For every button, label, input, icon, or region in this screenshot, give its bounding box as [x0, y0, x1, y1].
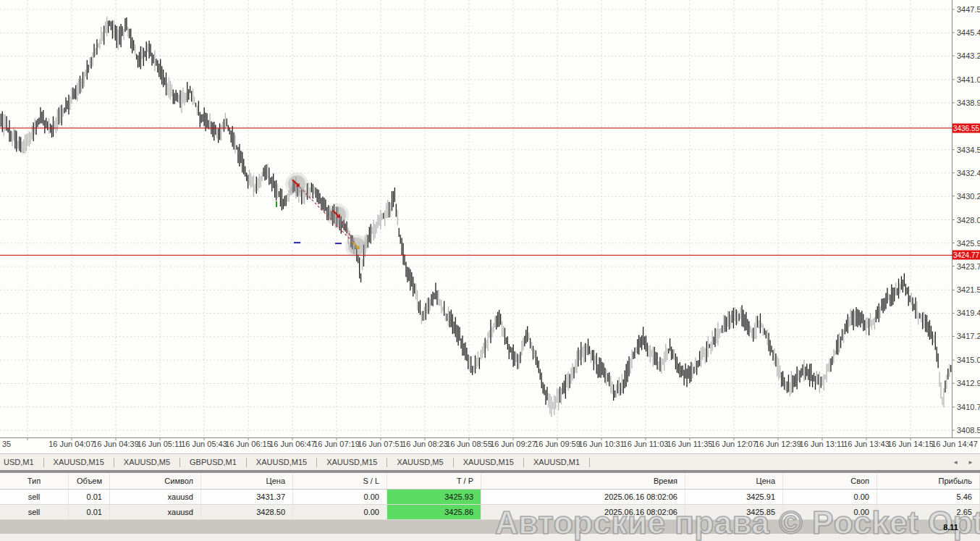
- chart-tabs: USD,M1XAUUSD,M15XAUUSD,M5GBPUSD,M1XAUUSD…: [0, 454, 590, 470]
- price-axis-label: 3410.70: [957, 403, 980, 411]
- trade-cell-price_open: 3428.50: [201, 505, 293, 519]
- price-axis-label: 3428.05: [957, 216, 980, 225]
- trade-cell-volume: 0.01: [69, 505, 110, 519]
- time-axis-label: 16 Jun 05:43: [181, 440, 227, 448]
- time-axis-label: 35: [2, 440, 11, 448]
- trade-cell-type: sell: [0, 505, 69, 519]
- hline-price-label: 3436.55: [952, 123, 980, 133]
- terminal-header-price_open[interactable]: Цена: [201, 473, 293, 489]
- price-axis-label: 3425.90: [957, 239, 980, 248]
- trade-cell-price_cur: 3425.85: [685, 505, 783, 519]
- price-axis-label: 3441.05: [957, 75, 980, 84]
- hline-price-label: 3424.77: [952, 251, 980, 260]
- price-axis-label: 3408.55: [957, 426, 980, 435]
- terminal-header-row: ТипОбъемСимволЦенаS / LT / PВремяЦенаСво…: [0, 473, 980, 490]
- price-axis-label: 3412.90: [957, 379, 980, 387]
- price-axis-label: 3423.75: [957, 262, 980, 271]
- chart-tab-xauusd-m15[interactable]: XAUUSD,M15: [454, 458, 523, 466]
- time-axis-label: 16 Jun 08:55: [446, 440, 492, 448]
- time-axis-label: 16 Jun 05:11: [138, 440, 183, 448]
- time-axis-label: 16 Jun 07:19: [313, 440, 360, 448]
- price-axis-label: 3430.25: [957, 192, 980, 201]
- terminal-header-price_cur[interactable]: Цена: [685, 473, 783, 489]
- trade-row[interactable]: sell0.01xauusd3428.500.003425.862025.06.…: [0, 505, 980, 520]
- chart-tab-xauusd-m5[interactable]: XAUUSD,M5: [387, 458, 452, 466]
- time-axis-label: 16 Jun 06:47: [269, 440, 316, 448]
- tab-separator: [589, 458, 590, 467]
- terminal-panel: ТипОбъемСимволЦенаS / LT / PВремяЦенаСво…: [0, 473, 980, 520]
- price-axis-label: 3445.40: [957, 28, 980, 37]
- trade-cell-time: 2025.06.16 08:02:06: [481, 490, 685, 504]
- terminal-header-time[interactable]: Время: [481, 473, 685, 489]
- time-axis-label: 16 Jun 13:43: [843, 440, 890, 448]
- time-axis-label: 16 Jun 11:35: [667, 440, 713, 448]
- chart-tab-bar: USD,M1XAUUSD,M15XAUUSD,M5GBPUSD,M1XAUUSD…: [0, 453, 980, 470]
- time-axis-label: 16 Jun 14:15: [887, 440, 934, 448]
- time-axis-label: 16 Jun 04:39: [93, 440, 139, 448]
- terminal-footer: 8.11: [0, 520, 980, 534]
- chart-tab-xauusd-m15[interactable]: XAUUSD,M15: [317, 458, 386, 466]
- price-axis-label: 3438.90: [957, 98, 980, 107]
- terminal-rows: sell0.01xauusd3431.370.003425.932025.06.…: [0, 490, 980, 520]
- tab-scroll-left-icon[interactable]: ◄: [952, 459, 958, 466]
- trade-cell-symbol: xauusd: [110, 505, 201, 519]
- time-axis-label: 16 Jun 12:39: [755, 440, 801, 448]
- total-profit: 8.11: [943, 523, 980, 532]
- trade-cell-tp: 3425.86: [387, 505, 481, 519]
- chart-tab-usd-m1[interactable]: USD,M1: [0, 458, 43, 466]
- time-axis-label: 16 Jun 11:03: [623, 440, 669, 448]
- trade-cell-type: sell: [0, 490, 69, 504]
- price-axis-label: 3419.40: [957, 309, 980, 317]
- trade-cell-price_cur: 3425.91: [685, 490, 783, 504]
- trade-cell-symbol: xauusd: [110, 490, 201, 504]
- price-axis-label: 3443.25: [957, 51, 980, 60]
- price-axis-label: 3417.25: [957, 332, 980, 340]
- trade-cell-swap: 0.00: [783, 490, 877, 504]
- trade-row[interactable]: sell0.01xauusd3431.370.003425.932025.06.…: [0, 490, 980, 505]
- bottom-strip: [0, 534, 980, 541]
- price-axis-label: 3447.55: [957, 5, 980, 14]
- time-axis-label: 16 Jun 09:27: [490, 440, 536, 448]
- terminal-header-profit[interactable]: Прибыль: [877, 473, 980, 489]
- price-axis-label: 3415.05: [957, 356, 980, 364]
- trade-cell-profit: 2.65: [877, 505, 980, 519]
- time-axis-label: 16 Jun 12:07: [711, 440, 757, 448]
- price-axis-label: 3421.55: [957, 285, 980, 294]
- chart-tab-xauusd-m15[interactable]: XAUUSD,M15: [44, 458, 114, 466]
- trade-cell-sl: 0.00: [293, 490, 387, 504]
- chart-tab-gbpusd-m1[interactable]: GBPUSD,M1: [180, 458, 246, 466]
- terminal-header-type[interactable]: Тип: [0, 473, 69, 489]
- price-axis-label: 3434.55: [957, 146, 980, 154]
- terminal-header-symbol[interactable]: Символ: [110, 473, 201, 489]
- chart-canvas[interactable]: [0, 0, 980, 453]
- terminal-header-swap[interactable]: Своп: [783, 473, 877, 489]
- chart-tab-xauusd-m15[interactable]: XAUUSD,M15: [247, 458, 316, 466]
- time-axis-label: 16 Jun 07:51: [358, 440, 404, 448]
- trade-cell-volume: 0.01: [69, 490, 110, 504]
- trade-cell-sl: 0.00: [293, 505, 387, 519]
- terminal-header-tp[interactable]: T / P: [387, 473, 481, 489]
- time-axis-label: 16 Jun 10:31: [578, 440, 625, 448]
- time-axis-label: 16 Jun 08:23: [402, 440, 448, 448]
- price-chart[interactable]: 3447.553445.403443.253441.053438.903434.…: [0, 0, 980, 453]
- chart-tab-xauusd-m5[interactable]: XAUUSD,M5: [114, 458, 179, 466]
- chart-tab-xauusd-m1[interactable]: XAUUSD,M1: [524, 458, 589, 466]
- trade-cell-swap: 0.00: [783, 505, 877, 519]
- time-axis-label: 16 Jun 06:15: [225, 440, 271, 448]
- tab-scroll-right-icon[interactable]: ►: [968, 459, 973, 466]
- time-axis-label: 16 Jun 14:47: [932, 440, 978, 448]
- tab-scroll-arrows: ◄ ►: [952, 459, 980, 466]
- terminal-header-sl[interactable]: S / L: [293, 473, 387, 489]
- price-axis-label: 3432.40: [957, 169, 980, 177]
- time-axis-label: 16 Jun 13:11: [800, 440, 845, 448]
- trade-cell-profit: 5.46: [877, 490, 980, 504]
- time-axis-label: 16 Jun 09:59: [534, 440, 580, 448]
- trade-cell-time: 2025.06.16 08:02:06: [481, 505, 685, 519]
- trade-cell-tp: 3425.93: [387, 490, 481, 504]
- trade-cell-price_open: 3431.37: [201, 490, 293, 504]
- terminal-header-volume[interactable]: Объем: [69, 473, 110, 489]
- time-axis-label: 16 Jun 04:07: [48, 440, 95, 448]
